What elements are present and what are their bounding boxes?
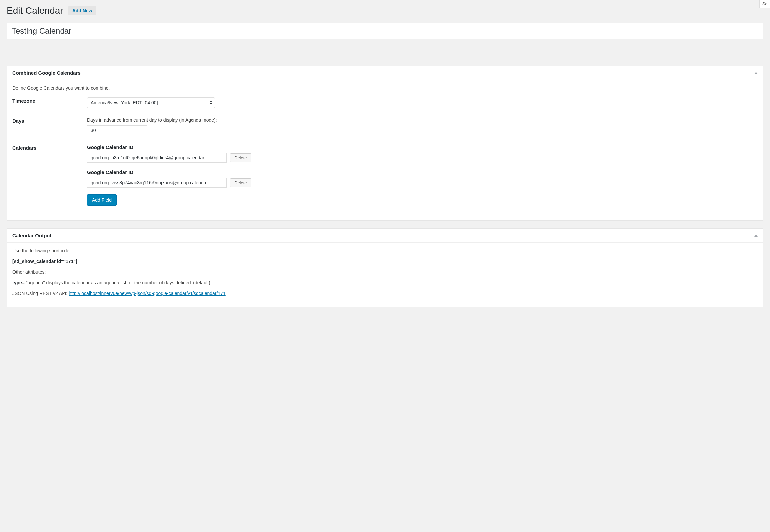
json-api-line: JSON Using REST v2 API: http://localhost… [12,291,758,296]
days-label: Days [12,117,87,135]
calendar-output-box: Calendar Output Use the following shortc… [7,228,763,307]
calendar-entry: Google Calendar ID Delete [87,169,758,188]
add-field-button[interactable]: Add Field [87,194,117,206]
calendar-output-title: Calendar Output [12,233,51,238]
combined-calendars-header[interactable]: Combined Google Calendars [7,66,763,80]
other-attributes-label: Other attributes: [12,269,758,275]
type-attribute-line: type = "agenda" displays the calendar as… [12,280,758,285]
calendar-entry: Google Calendar ID Delete [87,144,758,163]
page-header: Edit Calendar Add New [7,5,763,16]
days-row: Days Days in advance from current day to… [12,117,758,135]
delete-calendar-button[interactable]: Delete [230,153,251,162]
calendars-row: Calendars Google Calendar ID Delete Goog… [12,144,758,206]
calendar-title-input[interactable] [7,23,763,39]
type-description: = "agenda" displays the calendar as an a… [22,280,211,285]
json-api-link[interactable]: http://localhost/innervue/new/wp-json/sd… [69,291,226,296]
screen-options-tab[interactable]: Sc [759,0,770,8]
delete-calendar-button[interactable]: Delete [230,178,251,187]
shortcode-text: [sd_show_calendar id="171"] [12,259,758,264]
days-help-text: Days in advance from current day to disp… [87,117,758,123]
timezone-select[interactable]: America/New_York [EDT -04:00] [87,97,215,108]
timezone-label: Timezone [12,97,87,108]
type-label: type [12,280,22,285]
calendar-id-label: Google Calendar ID [87,169,758,175]
page-title: Edit Calendar [7,5,63,16]
collapse-icon[interactable] [754,72,758,74]
calendar-id-label: Google Calendar ID [87,144,758,150]
combined-calendars-box: Combined Google Calendars Define Google … [7,66,763,221]
combined-description: Define Google Calendars you want to comb… [12,85,758,91]
json-api-label: JSON Using REST v2 API: [12,291,69,296]
timezone-row: Timezone America/New_York [EDT -04:00] [12,97,758,108]
calendar-id-input[interactable] [87,178,227,188]
combined-calendars-title: Combined Google Calendars [12,70,81,76]
calendars-label: Calendars [12,144,87,206]
shortcode-intro: Use the following shortcode: [12,248,758,253]
calendar-output-body: Use the following shortcode: [sd_show_ca… [7,243,763,307]
days-input[interactable] [87,125,147,135]
combined-calendars-body: Define Google Calendars you want to comb… [7,80,763,220]
calendar-id-input[interactable] [87,153,227,163]
calendar-output-header[interactable]: Calendar Output [7,229,763,243]
add-new-button[interactable]: Add New [68,6,96,15]
collapse-icon[interactable] [754,235,758,237]
